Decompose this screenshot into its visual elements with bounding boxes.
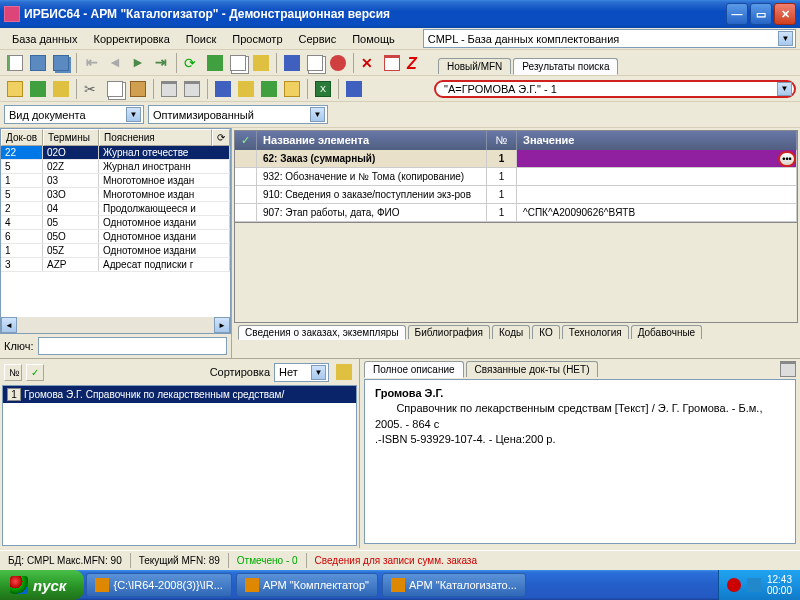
results-grid[interactable]: 1Громова Э.Г. Справочник по лекарственны… bbox=[2, 385, 357, 546]
col-mark[interactable]: ✓ bbox=[26, 364, 44, 381]
task-item-3[interactable]: АРМ "Каталогизато... bbox=[382, 573, 526, 597]
doc-type-select[interactable]: Вид документа▼ bbox=[4, 105, 144, 124]
refresh-button[interactable]: ⟳ bbox=[181, 52, 203, 74]
new-button[interactable] bbox=[4, 52, 26, 74]
terms-row[interactable]: 405Однотомное издани bbox=[1, 216, 230, 230]
elements-grid[interactable]: ✓ Название элемента № Значение 62: Заказ… bbox=[234, 130, 798, 223]
task-item-1[interactable]: {C:\IR64-2008(3)}\IR... bbox=[86, 573, 231, 597]
menu-help[interactable]: Помощь bbox=[344, 31, 403, 47]
tool-d-button[interactable] bbox=[281, 52, 303, 74]
task-item-2[interactable]: АРМ "Комплектатор" bbox=[236, 573, 378, 597]
tb2-1[interactable] bbox=[4, 78, 26, 100]
element-row[interactable]: 907: Этап работы, дата, ФИО1^СПК^A200906… bbox=[235, 204, 797, 222]
terms-row[interactable]: 103Многотомное издан bbox=[1, 174, 230, 188]
tool-d-icon bbox=[284, 55, 300, 71]
sort-action-icon bbox=[336, 364, 352, 380]
result-row[interactable]: 1Громова Э.Г. Справочник по лекарственны… bbox=[3, 386, 356, 403]
next-button[interactable]: ► bbox=[127, 52, 149, 74]
save-icon bbox=[30, 55, 46, 71]
toolbar-secondary: ✂ X bbox=[0, 76, 430, 102]
tab-new-mfn[interactable]: Новый/MFN bbox=[438, 58, 511, 74]
tb2-9[interactable] bbox=[212, 78, 234, 100]
scroll-track[interactable] bbox=[17, 317, 214, 333]
tool-f-button[interactable] bbox=[327, 52, 349, 74]
col-desc[interactable]: Пояснения bbox=[99, 129, 212, 146]
database-select[interactable]: CMPL - База данных комплектования ▼ bbox=[423, 29, 796, 48]
tab-orders[interactable]: Сведения о заказах, экземпляры bbox=[238, 325, 406, 340]
excel-button[interactable]: X bbox=[312, 78, 334, 100]
tray-icon-1[interactable] bbox=[727, 578, 741, 592]
tab-related[interactable]: Связанные док-ты (НЕТ) bbox=[466, 361, 599, 377]
tool-e-button[interactable] bbox=[304, 52, 326, 74]
start-button[interactable]: пуск bbox=[0, 570, 84, 600]
maximize-button[interactable]: ▭ bbox=[750, 3, 772, 25]
search-result-field[interactable]: "A=ГРОМОВА Э.Г." - 1 ▼ bbox=[434, 80, 796, 98]
col-terms[interactable]: Термины bbox=[43, 129, 99, 146]
print2-button[interactable] bbox=[181, 78, 203, 100]
copy-icon-2 bbox=[107, 81, 123, 97]
terms-grid[interactable]: Док-ов Термины Пояснения ⟳ 2202ОЖурнал о… bbox=[0, 128, 231, 334]
menu-correction[interactable]: Корректировка bbox=[86, 31, 178, 47]
tab-biblio[interactable]: Библиография bbox=[408, 325, 490, 339]
menu-view[interactable]: Просмотр bbox=[224, 31, 290, 47]
z-button[interactable]: Z bbox=[404, 52, 426, 74]
col-docs[interactable]: Док-ов bbox=[1, 129, 43, 146]
print-button[interactable] bbox=[158, 78, 180, 100]
ellipsis-button[interactable]: ••• bbox=[778, 151, 796, 167]
tab-codes[interactable]: Коды bbox=[492, 325, 530, 339]
element-row[interactable]: 910: Сведения о заказе/поступлении экз-р… bbox=[235, 186, 797, 204]
paste-button[interactable] bbox=[127, 78, 149, 100]
folder-icon bbox=[95, 578, 109, 592]
terms-row[interactable]: 502ZЖурнал иностранн bbox=[1, 160, 230, 174]
clock[interactable]: 12:43 00:00 bbox=[767, 574, 792, 596]
menu-service[interactable]: Сервис bbox=[291, 31, 345, 47]
tool-b-button[interactable] bbox=[227, 52, 249, 74]
mode-select[interactable]: Оптимизированный▼ bbox=[148, 105, 328, 124]
cut-button[interactable]: ✂ bbox=[81, 78, 103, 100]
tab-tech[interactable]: Технология bbox=[562, 325, 629, 339]
tb2-3[interactable] bbox=[50, 78, 72, 100]
col-refresh[interactable]: ⟳ bbox=[212, 129, 230, 146]
tb2-11[interactable] bbox=[258, 78, 280, 100]
scroll-right-button[interactable]: ► bbox=[214, 317, 230, 333]
key-input[interactable] bbox=[38, 337, 227, 355]
terms-row[interactable]: 105ZОднотомное издани bbox=[1, 244, 230, 258]
terms-row[interactable]: 3AZPАдресат подписки г bbox=[1, 258, 230, 272]
save-button[interactable] bbox=[27, 52, 49, 74]
tb2-14[interactable] bbox=[343, 78, 365, 100]
last-button[interactable]: ⇥ bbox=[150, 52, 172, 74]
tab-results[interactable]: Результаты поиска bbox=[513, 58, 618, 75]
sort-action-button[interactable] bbox=[333, 361, 355, 383]
tb2-2[interactable] bbox=[27, 78, 49, 100]
tab-ko[interactable]: КО bbox=[532, 325, 560, 339]
menu-database[interactable]: База данных bbox=[4, 31, 86, 47]
delete-button[interactable]: ✕ bbox=[358, 52, 380, 74]
tool-a-button[interactable] bbox=[204, 52, 226, 74]
sort-select[interactable]: Нет▼ bbox=[274, 363, 329, 382]
print-desc-icon[interactable] bbox=[780, 361, 796, 377]
calendar-button[interactable] bbox=[381, 52, 403, 74]
tb2-10[interactable] bbox=[235, 78, 257, 100]
prev-button[interactable]: ◄ bbox=[104, 52, 126, 74]
tab-full-desc[interactable]: Полное описание bbox=[364, 361, 464, 378]
terms-row[interactable]: 2202ОЖурнал отечестве bbox=[1, 146, 230, 160]
scroll-left-button[interactable]: ◄ bbox=[1, 317, 17, 333]
save-all-button[interactable] bbox=[50, 52, 72, 74]
copy-button[interactable] bbox=[104, 78, 126, 100]
tool-c-button[interactable] bbox=[250, 52, 272, 74]
terms-row[interactable]: 503ОМноготомное издан bbox=[1, 188, 230, 202]
menu-search[interactable]: Поиск bbox=[178, 31, 224, 47]
col-elem-val: Значение bbox=[517, 131, 797, 150]
tab-extra[interactable]: Добавочные bbox=[631, 325, 703, 339]
first-button[interactable]: ⇤ bbox=[81, 52, 103, 74]
tb2-12[interactable] bbox=[281, 78, 303, 100]
delete-icon: ✕ bbox=[361, 55, 377, 71]
element-row[interactable]: 932: Обозначение и № Тома (копирование)1 bbox=[235, 168, 797, 186]
terms-row[interactable]: 204Продолжающееся и bbox=[1, 202, 230, 216]
element-row[interactable]: 62: Заказ (суммарный)1••• bbox=[235, 150, 797, 168]
col-rownum[interactable]: № bbox=[4, 364, 22, 381]
terms-row[interactable]: 605ООднотомное издани bbox=[1, 230, 230, 244]
close-button[interactable]: ✕ bbox=[774, 3, 796, 25]
tray-icon-2[interactable] bbox=[747, 578, 761, 592]
minimize-button[interactable]: — bbox=[726, 3, 748, 25]
